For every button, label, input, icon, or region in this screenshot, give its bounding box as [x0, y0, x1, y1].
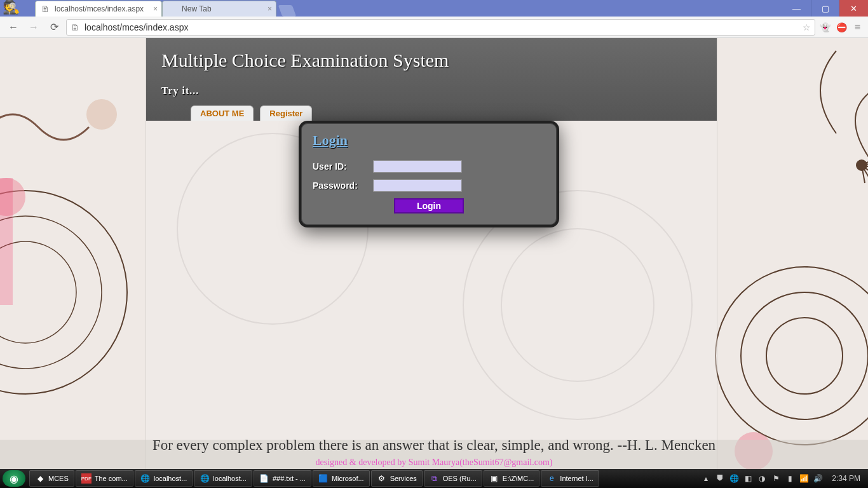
pdf-icon: PDF [81, 473, 92, 484]
extension-ghostery-icon[interactable]: 👻 [819, 21, 832, 34]
tray-flag-icon[interactable]: ⚑ [771, 473, 781, 484]
window-close-button[interactable]: ✕ [839, 0, 868, 17]
url-text: localhost/mces/index.aspx [85, 22, 188, 32]
window-minimize-button[interactable]: — [782, 0, 811, 17]
chrome-icon: 🌐 [140, 473, 151, 484]
page-viewport: Multiple Choice Examination System Try i… [0, 38, 868, 469]
taskbar-label: Internet I... [560, 475, 593, 482]
row-password: Password: [313, 179, 545, 192]
new-tab-button[interactable] [278, 5, 297, 17]
tab-title: New Tab [182, 4, 211, 13]
window-maximize-button[interactable]: ▢ [811, 0, 839, 17]
windows-taskbar: ◉ ◆MCES PDFThe com... 🌐localhost... 🌐loc… [0, 469, 868, 488]
tray-chevron-up-icon[interactable]: ▴ [701, 473, 711, 484]
login-button[interactable]: Login [394, 198, 464, 214]
taskbar-label: Services [390, 475, 417, 482]
chrome-menu-button[interactable]: ≡ [852, 22, 863, 33]
tray-network-icon[interactable]: 🌐 [729, 473, 739, 484]
tray-shield-icon[interactable]: ⛊ [715, 473, 725, 484]
taskbar-label: E:\Z\MC... [503, 475, 534, 482]
taskbar-item[interactable]: 📄###.txt - ... [254, 470, 311, 487]
input-password[interactable] [373, 179, 462, 192]
row-userid: User ID: [313, 160, 545, 173]
taskbar-item[interactable]: 🌐localhost... [135, 470, 193, 487]
taskbar-item[interactable]: ◆MCES [29, 470, 74, 487]
taskbar-label: localhost... [154, 475, 187, 482]
taskbar-item[interactable]: 🟦Microsof... [313, 470, 370, 487]
vs-icon: ⧉ [430, 473, 440, 484]
tray-wifi-icon[interactable]: 📶 [799, 473, 809, 484]
tab-title: localhost/mces/index.aspx [55, 4, 144, 13]
svg-rect-5 [0, 178, 13, 305]
system-tray: ▴ ⛊ 🌐 ◧ ◑ ⚑ ▮ 📶 🔊 2:34 PM [701, 469, 865, 488]
taskbar-item[interactable]: ⚙Services [371, 470, 423, 487]
input-userid[interactable] [373, 160, 462, 173]
nav-tabs: ABOUT ME Register [191, 105, 312, 121]
svg-point-7 [741, 292, 868, 419]
quote-text: For every complex problem there is an an… [0, 437, 868, 454]
label-password: Password: [313, 180, 373, 191]
tryit-text: Try it... [161, 85, 702, 97]
site-header: Multiple Choice Examination System Try i… [146, 38, 717, 121]
taskbar-item[interactable]: ⧉OES (Ru... [424, 470, 482, 487]
app-icon: ◆ [35, 473, 45, 484]
taskbar-item[interactable]: 🌐localhost... [194, 470, 252, 487]
browser-tab-active[interactable]: 🗎 localhost/mces/index.aspx × [35, 1, 162, 17]
taskbar-label: Microsof... [332, 475, 364, 482]
taskbar-label: ###.txt - ... [273, 475, 306, 482]
tray-volume-icon[interactable]: 🔊 [813, 473, 823, 484]
tab-register[interactable]: Register [260, 105, 312, 121]
back-button[interactable]: ← [5, 19, 22, 36]
taskbar-item[interactable]: eInternet I... [541, 470, 599, 487]
tab-strip: 🗎 localhost/mces/index.aspx × New Tab × [35, 0, 294, 17]
site-icon: 🗎 [71, 22, 81, 32]
page-icon [168, 4, 178, 14]
svg-point-4 [86, 99, 117, 130]
content-column: Multiple Choice Examination System Try i… [146, 38, 717, 469]
gear-icon: ⚙ [377, 473, 387, 484]
notepad-icon: 📄 [259, 473, 269, 484]
page-icon: 🗎 [41, 4, 51, 14]
svg-point-8 [766, 318, 843, 394]
tray-app-icon[interactable]: ◑ [757, 473, 767, 484]
reload-button[interactable]: ⟳ [46, 19, 62, 36]
tab-close-icon[interactable]: × [153, 4, 158, 13]
svg-point-0 [0, 191, 127, 394]
sqlserver-icon: 🟦 [318, 473, 329, 484]
svg-point-1 [0, 216, 102, 369]
cmd-icon: ▣ [489, 473, 499, 484]
tray-battery-icon[interactable]: ▮ [785, 473, 795, 484]
tab-about-me[interactable]: ABOUT ME [191, 105, 254, 121]
incognito-icon: 🕵️ [3, 0, 28, 17]
tray-app-icon[interactable]: ◧ [743, 473, 753, 484]
site-title: Multiple Choice Examination System [161, 50, 702, 71]
start-button[interactable]: ◉ [3, 470, 25, 487]
taskbar-item[interactable]: ▣E:\Z\MC... [484, 470, 540, 487]
browser-toolbar: ← → ⟳ 🗎 localhost/mces/index.aspx ☆ 👻 ⛔ … [0, 17, 868, 38]
chrome-icon: 🌐 [200, 473, 210, 484]
taskbar-label: The com... [95, 475, 128, 482]
extension-adblock-icon[interactable]: ⛔ [836, 21, 848, 34]
taskbar-label: localhost... [213, 475, 247, 482]
login-panel: Login User ID: Password: Login [299, 121, 559, 227]
taskbar-item[interactable]: PDFThe com... [76, 470, 133, 487]
taskbar-label: MCES [48, 475, 69, 482]
address-bar[interactable]: 🗎 localhost/mces/index.aspx ☆ [66, 19, 815, 36]
label-userid: User ID: [313, 161, 373, 172]
login-heading: Login [313, 132, 545, 149]
forward-button[interactable]: → [25, 19, 42, 36]
ie-icon: e [546, 473, 557, 484]
tab-close-icon[interactable]: × [268, 4, 272, 13]
taskbar-label: OES (Ru... [443, 475, 477, 482]
bookmark-star-icon[interactable]: ☆ [803, 22, 811, 32]
taskbar-clock[interactable]: 2:34 PM [832, 474, 860, 483]
browser-tab-inactive[interactable]: New Tab × [162, 1, 276, 17]
svg-point-9 [857, 160, 867, 170]
credit-text: designed & developed by Sumit Maurya(the… [0, 458, 868, 468]
